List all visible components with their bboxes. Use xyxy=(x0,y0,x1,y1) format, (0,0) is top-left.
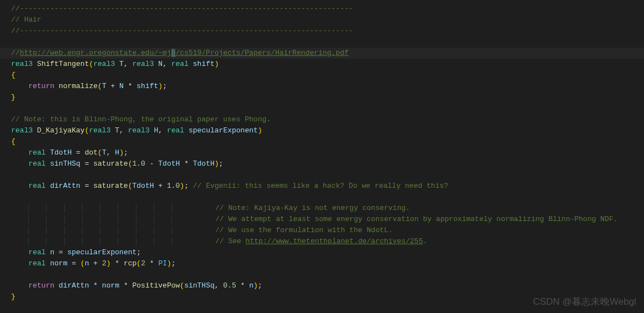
keyword-return: return xyxy=(28,82,54,90)
code-line xyxy=(0,37,644,48)
code-line: // See http://www.thetenthplanet.de/arch… xyxy=(0,236,644,247)
comment: // We use the formulation with the NdotL… xyxy=(215,226,393,234)
comment: // We attempt at least some energy conse… xyxy=(215,215,618,223)
code-line: real norm = (n + 2) * rcp(2 * PI); xyxy=(0,258,644,269)
comment: // See http://www.thetenthplanet.de/arch… xyxy=(215,237,427,245)
code-line xyxy=(0,103,644,114)
code-line: real sinTHSq = saturate(1.0 - TdotH * Td… xyxy=(0,158,644,170)
code-line: { xyxy=(0,136,644,147)
url-link[interactable]: http://web.engr.oregonstate.edu/~mjb/cs5… xyxy=(20,49,349,57)
code-line: //--------------------------------------… xyxy=(0,25,644,37)
code-line xyxy=(0,269,644,280)
code-line: } xyxy=(0,92,644,103)
code-line: //--------------------------------------… xyxy=(0,3,644,14)
code-line: return normalize(T + N * shift); xyxy=(0,81,644,92)
url-link[interactable]: http://www.thetenthplanet.de/archives/25… xyxy=(246,237,423,245)
comment: // Note: Kajiya-Kay is not energy conser… xyxy=(215,204,410,212)
comment: //--------------------------------------… xyxy=(11,4,353,13)
code-line: real3 ShiftTangent(real3 T, real3 N, rea… xyxy=(0,59,644,70)
code-line xyxy=(0,170,644,181)
type: real3 xyxy=(11,60,33,68)
comment: //--------------------------------------… xyxy=(11,27,353,35)
comment: // Evgenii: this seems like a hack? Do w… xyxy=(193,182,448,190)
comment: // Hair xyxy=(11,16,42,24)
code-line: // We attempt at least some energy conse… xyxy=(0,214,644,225)
code-line: // Note: this is Blinn-Phong, the origin… xyxy=(0,114,644,125)
code-line: { xyxy=(0,70,644,81)
comment: // Note: this is Blinn-Phong, the origin… xyxy=(11,115,271,124)
code-line xyxy=(0,192,644,203)
code-line: real3 D_KajiyaKay(real3 T, real3 H, real… xyxy=(0,125,644,136)
code-line: real TdotH = dot(T, H); xyxy=(0,147,644,158)
comment-prefix: // xyxy=(11,49,20,57)
code-line: real n = specularExponent; xyxy=(0,247,644,258)
code-line-url: //http://web.engr.oregonstate.edu/~mjb/c… xyxy=(0,48,644,59)
constant: PI xyxy=(158,259,167,268)
code-line: // Note: Kajiya-Kay is not energy conser… xyxy=(0,203,644,214)
function-name: D_KajiyaKay xyxy=(37,126,85,135)
code-line: // Hair xyxy=(0,14,644,25)
code-line: // We use the formulation with the NdotL… xyxy=(0,225,644,236)
code-line: return dirAttn * norm * PositivePow(sinT… xyxy=(0,280,644,291)
function-name: ShiftTangent xyxy=(37,60,89,68)
code-line: real dirAttn = saturate(TdotH + 1.0); //… xyxy=(0,181,644,192)
code-line: } xyxy=(0,291,644,302)
